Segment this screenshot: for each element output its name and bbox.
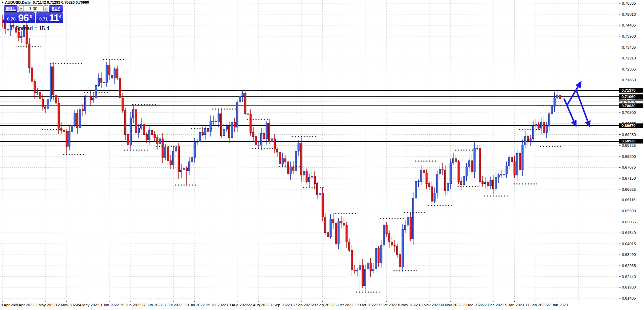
candle — [263, 128, 265, 141]
candle — [434, 187, 435, 203]
grid — [0, 0, 619, 301]
candle — [218, 109, 220, 128]
candle — [311, 171, 313, 180]
candle — [143, 120, 145, 140]
bid-price-panel[interactable]: 0.70 96 0 — [4, 12, 35, 23]
candle — [215, 119, 217, 126]
trend-arrows[interactable] — [564, 84, 589, 125]
candle — [428, 181, 430, 190]
volume-decrease-button[interactable]: ▼ — [18, 5, 24, 12]
x-axis-label: 22 Dec 2022 — [482, 303, 504, 307]
candle — [450, 159, 451, 189]
candle — [314, 171, 316, 189]
candle — [7, 25, 9, 34]
candle — [554, 92, 555, 112]
candle — [250, 109, 251, 136]
x-axis-label: 30 Nov 2022 — [440, 303, 461, 307]
candle — [306, 169, 308, 184]
candle — [439, 166, 441, 178]
sell-button[interactable]: SELL — [4, 5, 17, 12]
candle — [207, 125, 209, 135]
y-axis-label: 0.67150 — [622, 176, 636, 180]
candle — [98, 74, 99, 87]
chevron-up-icon: ▲ — [45, 7, 47, 10]
y-axis-label: 0.61405 — [622, 296, 636, 300]
price-tag: 0.71370 — [619, 88, 643, 93]
x-axis-label: 8 Nov 2022 — [398, 303, 418, 307]
candle — [188, 157, 190, 175]
buy-button[interactable]: BUY — [49, 5, 63, 12]
volume-input[interactable] — [23, 5, 43, 12]
y-axis-label: 0.72910 — [622, 56, 636, 60]
svg-text:0.71060: 0.71060 — [622, 95, 636, 99]
candle — [58, 98, 59, 134]
y-axis-label: 0.66115 — [622, 198, 636, 202]
candle — [60, 123, 62, 134]
candle — [191, 152, 193, 167]
candle — [37, 88, 38, 95]
candle — [52, 62, 54, 101]
candle — [133, 104, 134, 123]
candle — [103, 78, 105, 86]
candle — [255, 134, 257, 149]
y-axis-label: 0.75535 — [622, 1, 636, 5]
candle — [397, 243, 398, 257]
ask-price-panel[interactable]: 0.71 11 4 — [36, 12, 63, 23]
candle — [213, 116, 214, 125]
candle — [146, 133, 147, 143]
candle — [519, 150, 521, 172]
candle — [370, 258, 371, 277]
candle — [442, 163, 444, 175]
candle — [261, 128, 262, 150]
volume-increase-button[interactable]: ▲ — [43, 5, 48, 12]
candle — [474, 142, 475, 178]
time-axis: 8 Apr 202220 Apr 20222 May 202212 May 20… — [0, 301, 644, 307]
candle — [548, 112, 550, 131]
y-axis-label: 0.70300 — [622, 110, 636, 115]
candle — [127, 131, 129, 150]
candle — [108, 60, 110, 80]
trend-arrow-down — [564, 99, 575, 124]
candle — [372, 263, 374, 273]
candle — [410, 213, 411, 241]
candle — [279, 147, 281, 169]
candle — [530, 135, 532, 145]
y-axis-label: 0.74485 — [622, 23, 636, 27]
candle — [330, 214, 331, 238]
price-chart-canvas[interactable]: 0.755350.750100.744850.739600.734350.729… — [0, 0, 644, 310]
candle — [223, 125, 225, 142]
candle — [119, 73, 121, 104]
candle — [236, 100, 238, 132]
candle — [394, 240, 396, 252]
y-axis-label: 0.66625 — [622, 187, 636, 191]
x-axis-label: 12 May 2022 — [55, 303, 78, 307]
candle — [338, 218, 339, 249]
candle — [159, 133, 161, 146]
candle — [479, 145, 481, 187]
candle — [2, 15, 4, 28]
price-tag: 0.71060 — [619, 94, 643, 99]
x-axis-label: 17 Jan 2023 — [525, 303, 546, 307]
symbol-timeframe-label: AUDUSD,Daily — [5, 0, 31, 4]
price-axis: 0.755350.750100.744850.739600.734350.729… — [619, 0, 643, 301]
candle — [148, 125, 150, 144]
chart-title: ▲AUDUSD,Daily 0.71142 0.71293 0.70820 0.… — [1, 0, 89, 4]
candle — [269, 119, 270, 144]
candle — [50, 63, 51, 102]
candle — [482, 176, 484, 187]
candle — [274, 134, 275, 153]
candle — [63, 127, 65, 136]
candle — [380, 240, 382, 267]
x-axis-label: 13 Sep 2022 — [290, 303, 312, 307]
candle — [388, 230, 390, 248]
y-axis-label: 0.64015 — [622, 242, 636, 246]
candle — [420, 165, 422, 185]
candle — [301, 137, 302, 182]
candle — [290, 162, 291, 180]
x-axis-label: 18 Nov 2022 — [418, 303, 440, 307]
x-axis-label: 12 Dec 2022 — [461, 303, 483, 307]
candle — [511, 152, 513, 167]
candle — [485, 177, 486, 189]
x-axis-label: 5 Oct 2022 — [334, 303, 353, 307]
candle — [162, 133, 164, 164]
